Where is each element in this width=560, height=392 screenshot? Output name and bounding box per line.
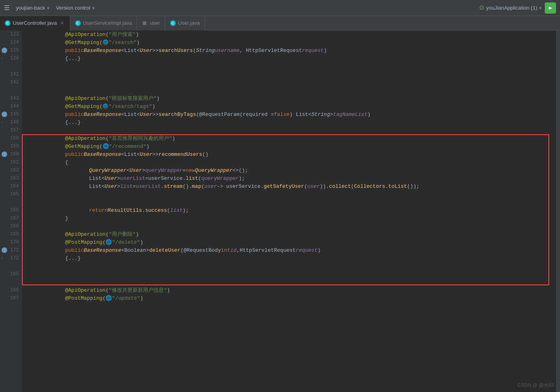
line-168: 168 bbox=[0, 222, 22, 230]
code-line-160: public BaseResponse<List<User>> recommen… bbox=[25, 150, 556, 158]
line-164: 164 bbox=[0, 182, 22, 190]
breakpoint-icon[interactable] bbox=[2, 111, 7, 117]
tab-usercontroller[interactable]: C UserController.java × bbox=[0, 16, 70, 30]
version-control-chevron-icon: ∨ bbox=[92, 6, 95, 10]
code-line-spacer3 bbox=[25, 198, 556, 206]
project-chevron-icon: ∨ bbox=[47, 6, 50, 10]
code-line-162: QueryWrapper<User> queryWrapper = new Qu… bbox=[25, 166, 556, 174]
code-line-161: { bbox=[25, 158, 556, 166]
line-167: 167 bbox=[0, 214, 22, 222]
code-line-165 bbox=[25, 190, 556, 198]
tab-usercontroller-label: UserController.java bbox=[13, 20, 57, 26]
code-line-164: List<User> list=userList.stream().map(us… bbox=[25, 182, 556, 190]
line-141: 141 bbox=[0, 70, 22, 78]
version-control-label: Version control bbox=[56, 5, 90, 11]
line-186: 186 bbox=[0, 286, 22, 294]
tab-user-db[interactable]: ⊞ user bbox=[137, 16, 165, 30]
line-124: 124 bbox=[0, 38, 22, 46]
code-line-142 bbox=[25, 78, 556, 86]
code-line-163: List<User> userList=userService.list(que… bbox=[25, 174, 556, 182]
line-169: 169 bbox=[0, 230, 22, 238]
version-control[interactable]: Version control ∨ bbox=[56, 5, 95, 11]
title-bar: ☰ youjian-back ∨ Version control ∨ ⚙ you… bbox=[0, 0, 560, 16]
title-bar-left: ☰ youjian-back ∨ Version control ∨ bbox=[4, 4, 479, 12]
code-line-spacer5 bbox=[25, 278, 556, 286]
code-line-spacer4 bbox=[25, 262, 556, 270]
database-icon: ⊞ bbox=[142, 20, 147, 26]
tab-userserviceimpl[interactable]: C UserServiceImpl.java bbox=[70, 16, 137, 30]
code-line-166: return ResultUtils.success(list); bbox=[25, 206, 556, 214]
tab-close-icon[interactable]: × bbox=[60, 20, 65, 26]
code-area: 123 124 125 › 126 · 141 142 · 143 144 14… bbox=[0, 30, 560, 392]
fold-arrow-icon[interactable]: › bbox=[1, 120, 3, 125]
vertical-scrollbar[interactable] bbox=[556, 30, 560, 392]
code-line-124: @GetMapping(🌐"/search") bbox=[25, 38, 556, 46]
run-config[interactable]: ⚙ youJianApplication (1) ∨ bbox=[479, 4, 542, 12]
java-file-icon: C bbox=[75, 20, 81, 26]
line-157: 157 bbox=[0, 126, 22, 134]
run-config-chevron-icon: ∨ bbox=[539, 6, 542, 10]
code-line-125: public BaseResponse<List<User>> searchUs… bbox=[25, 46, 556, 54]
code-line-157 bbox=[25, 126, 556, 134]
line-125: 125 bbox=[0, 46, 22, 54]
line-161: 161 bbox=[0, 158, 22, 166]
line-185: 185 bbox=[0, 270, 22, 278]
line-165: 165 bbox=[0, 190, 22, 198]
tab-user-java-label: User.java bbox=[178, 20, 200, 26]
line-171: 171 bbox=[0, 246, 22, 254]
java-file-icon: C bbox=[5, 20, 10, 26]
code-line-172: {...} bbox=[25, 254, 556, 262]
code-line-141 bbox=[25, 70, 556, 78]
breakpoint-icon[interactable] bbox=[2, 48, 7, 53]
line-166: 166 bbox=[0, 206, 22, 214]
tab-user-db-label: user bbox=[150, 20, 160, 26]
code-line-187: @PostMapping(🌐"/update") bbox=[25, 294, 556, 302]
line-170: 170 bbox=[0, 238, 22, 246]
line-142: 142 bbox=[0, 78, 22, 86]
project-name[interactable]: youjian-back ∨ bbox=[16, 5, 50, 11]
line-146: › 146 bbox=[0, 118, 22, 126]
code-line-171: public BaseResponse<Boolean> deleteUser(… bbox=[25, 246, 556, 254]
annotation-apioperation: @ApiOperation bbox=[65, 32, 105, 38]
code-line-143: @ApiOperation("根据标签搜索用户") bbox=[25, 94, 556, 102]
line-numbers: 123 124 125 › 126 · 141 142 · 143 144 14… bbox=[0, 30, 22, 392]
run-config-icon: ⚙ bbox=[479, 4, 485, 12]
code-line-159: @GetMapping(🌐"/recommend") bbox=[25, 142, 556, 150]
code-line-186: @ApiOperation("修改并更新新用户信息") bbox=[25, 286, 556, 294]
breakpoint-icon[interactable] bbox=[2, 151, 7, 157]
run-button[interactable]: ▶ bbox=[545, 2, 556, 14]
code-line-167: } bbox=[25, 214, 556, 222]
tab-bar: C UserController.java × C UserServiceImp… bbox=[0, 16, 560, 30]
code-line-145: public BaseResponse<List<User>> searchBy… bbox=[25, 110, 556, 118]
run-config-label: youJianApplication (1) bbox=[486, 5, 537, 11]
line-123: 123 bbox=[0, 30, 22, 38]
line-143: 143 bbox=[0, 94, 22, 102]
breakpoint-icon[interactable] bbox=[2, 247, 7, 253]
line-162: 162 bbox=[0, 166, 22, 174]
line-spacer: · bbox=[0, 198, 22, 206]
code-content: @ApiOperation("用户搜索") @GetMapping(🌐"/sea… bbox=[22, 30, 556, 392]
line-spacer: · bbox=[0, 62, 22, 70]
line-144: 144 bbox=[0, 102, 22, 110]
tab-userserviceimpl-label: UserServiceImpl.java bbox=[83, 20, 132, 26]
code-line-168 bbox=[25, 222, 556, 230]
tab-user-java[interactable]: C User.java bbox=[165, 16, 205, 30]
fold-arrow-icon[interactable]: › bbox=[1, 256, 3, 261]
line-163: 163 bbox=[0, 174, 22, 182]
line-172: › 172 bbox=[0, 254, 22, 262]
java-file-icon: C bbox=[170, 20, 176, 26]
hamburger-menu-icon[interactable]: ☰ bbox=[4, 4, 10, 12]
fold-arrow-icon[interactable]: › bbox=[1, 56, 3, 61]
code-line-spacer2 bbox=[25, 86, 556, 94]
code-line-123: @ApiOperation("用户搜索") bbox=[25, 30, 556, 38]
code-line-144: @GetMapping(🌐"/search/tags") bbox=[25, 102, 556, 110]
code-line-146: {...} bbox=[25, 118, 556, 126]
line-160: 160 bbox=[0, 150, 22, 158]
line-145: 145 bbox=[0, 110, 22, 118]
line-126: › 126 bbox=[0, 54, 22, 62]
line-spacer: · bbox=[0, 278, 22, 286]
line-187: 187 bbox=[0, 294, 22, 302]
watermark: CSDN @ 摄光93 bbox=[518, 382, 554, 389]
title-bar-right: ⚙ youJianApplication (1) ∨ ▶ bbox=[479, 2, 556, 14]
project-name-label: youjian-back bbox=[16, 5, 45, 11]
